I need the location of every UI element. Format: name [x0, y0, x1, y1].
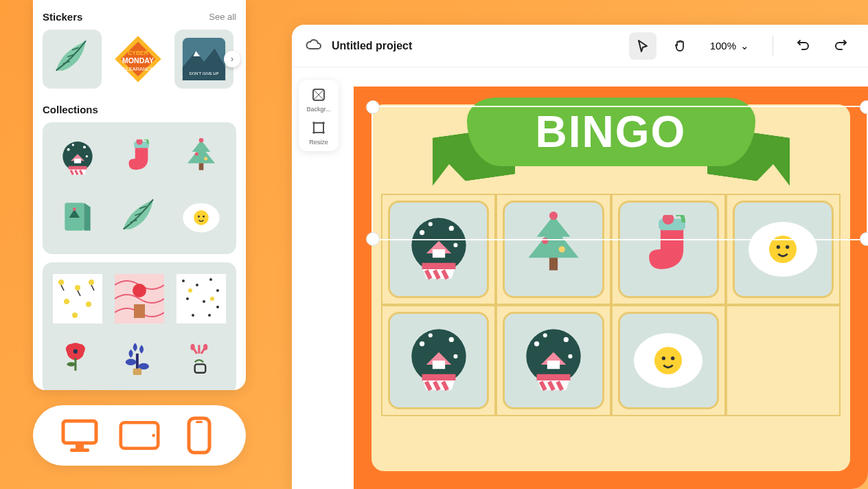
device-tablet-button[interactable] [119, 415, 160, 456]
collection-item-card [51, 191, 104, 244]
bingo-cell[interactable] [611, 305, 726, 416]
bingo-slot-snowglobe[interactable] [388, 312, 489, 409]
collection-item-blue-plant [113, 331, 166, 385]
undo-icon [797, 39, 810, 53]
background-tool-label: Backgr... [306, 106, 330, 113]
selection-box[interactable] [372, 106, 868, 240]
svg-rect-61 [189, 418, 209, 453]
resize-icon [309, 118, 328, 137]
editor-window: Untitled project 100% ⌄ Backgr... Resize [292, 25, 868, 489]
svg-rect-56 [63, 421, 96, 443]
bingo-slot-egg[interactable] [618, 312, 719, 409]
stickers-next-button[interactable]: › [224, 51, 240, 67]
bingo-slot-snowglobe[interactable] [503, 312, 604, 409]
sticker-leaf[interactable] [43, 30, 102, 89]
canvas-tools-panel: Backgr... Resize [299, 80, 339, 151]
svg-rect-58 [70, 448, 89, 452]
collection-item-pattern-lemon [51, 272, 104, 326]
device-selector [33, 405, 246, 466]
collection-item-stocking [113, 132, 166, 185]
collection-item-tree [174, 132, 228, 185]
svg-point-60 [152, 434, 155, 437]
hand-tool-button[interactable] [666, 32, 694, 60]
undo-button[interactable] [790, 32, 817, 60]
desktop-icon [60, 418, 99, 453]
svg-rect-62 [196, 421, 203, 423]
stickers-row: › [43, 30, 236, 89]
collection-item-pattern-pot [113, 272, 166, 326]
cloud-sync-icon[interactable] [306, 38, 322, 54]
selection-handle-top-left[interactable] [366, 100, 380, 114]
collection-flowers[interactable] [43, 262, 236, 390]
redo-icon [834, 39, 847, 53]
redo-button[interactable] [827, 32, 854, 60]
bingo-cell[interactable] [496, 305, 610, 416]
background-tool-button[interactable]: Backgr... [303, 85, 334, 113]
bingo-cell[interactable] [381, 305, 496, 416]
background-icon [309, 85, 328, 104]
svg-rect-57 [76, 444, 84, 448]
svg-rect-64 [314, 123, 323, 133]
stickers-title: Stickers [43, 11, 82, 23]
tablet-icon [119, 420, 160, 451]
collection-item-leaf [113, 191, 166, 244]
editor-topbar: Untitled project 100% ⌄ [292, 25, 868, 67]
resize-tool-label: Resize [309, 139, 328, 146]
assets-sidebar: Stickers See all › Collections [33, 0, 246, 390]
pointer-icon [636, 39, 650, 53]
resize-tool-button[interactable]: Resize [303, 118, 334, 146]
device-desktop-button[interactable] [59, 415, 100, 456]
collections-header: Collections [43, 104, 236, 115]
bingo-cell[interactable] [726, 305, 841, 416]
collection-item-egg [174, 191, 228, 244]
collection-item-vase [174, 331, 228, 385]
collections-title: Collections [43, 104, 98, 115]
phone-icon [187, 416, 212, 455]
collection-item-poppy [51, 331, 104, 385]
project-title[interactable]: Untitled project [332, 40, 412, 52]
device-phone-button[interactable] [179, 415, 220, 456]
selection-handle-top-right[interactable] [860, 100, 868, 114]
topbar-divider [773, 36, 773, 56]
chevron-down-icon: ⌄ [740, 40, 749, 52]
hand-icon [673, 39, 687, 53]
collection-item-snowglobe [51, 132, 104, 185]
chevron-right-icon: › [231, 54, 233, 64]
sticker-cyber-monday[interactable] [108, 30, 168, 89]
select-tool-button[interactable] [629, 32, 656, 60]
stickers-header: Stickers See all [43, 11, 236, 23]
selection-handle-bottom-left[interactable] [366, 232, 380, 246]
stickers-see-all-link[interactable]: See all [209, 12, 236, 22]
zoom-control[interactable]: 100% ⌄ [710, 40, 749, 52]
collection-item-pattern-dots [174, 272, 228, 326]
zoom-value: 100% [710, 40, 736, 52]
collection-christmas[interactable] [43, 122, 236, 254]
